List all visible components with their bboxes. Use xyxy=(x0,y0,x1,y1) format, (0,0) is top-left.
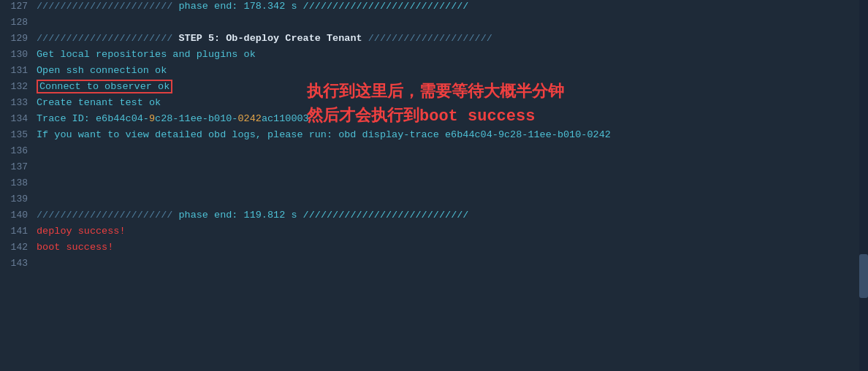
line-content: Open ssh connection ok xyxy=(37,65,868,76)
line-content: /////////////////////// phase end: 119.8… xyxy=(37,210,868,221)
line-content: Create tenant test ok xyxy=(37,97,868,108)
terminal-line: 131Open ssh connection ok xyxy=(0,64,868,80)
line-content: Get local repositories and plugins ok xyxy=(37,49,868,60)
line-content: Trace ID: e6b44c04-9c28-11ee-b010-0242ac… xyxy=(37,113,868,124)
line-number: 138 xyxy=(0,177,37,188)
terminal-line: 129/////////////////////// STEP 5: Ob-de… xyxy=(0,32,868,48)
line-number: 140 xyxy=(0,210,37,221)
terminal-line: 139 xyxy=(0,193,868,209)
line-number: 136 xyxy=(0,145,37,156)
line-number: 129 xyxy=(0,33,37,44)
line-number: 142 xyxy=(0,242,37,253)
line-content: If you want to view detailed obd logs, p… xyxy=(37,129,868,140)
terminal-line: 140/////////////////////// phase end: 11… xyxy=(0,209,868,225)
line-number: 137 xyxy=(0,161,37,172)
terminal-line: 130Get local repositories and plugins ok xyxy=(0,48,868,64)
line-number: 134 xyxy=(0,113,37,124)
terminal-line: 133Create tenant test ok xyxy=(0,96,868,112)
terminal-line: 135If you want to view detailed obd logs… xyxy=(0,129,868,145)
terminal-line: 137 xyxy=(0,161,868,177)
scrollbar-thumb[interactable] xyxy=(859,254,868,298)
terminal-line: 136 xyxy=(0,145,868,161)
scrollbar[interactable] xyxy=(859,0,868,371)
line-number: 132 xyxy=(0,81,37,92)
line-number: 133 xyxy=(0,97,37,108)
terminal-line: 138 xyxy=(0,177,868,193)
line-number: 130 xyxy=(0,49,37,60)
line-content: Connect to observer ok xyxy=(37,81,868,92)
line-content: /////////////////////// STEP 5: Ob-deplo… xyxy=(37,33,868,44)
line-content: deploy success! xyxy=(37,226,868,237)
line-number: 135 xyxy=(0,129,37,140)
terminal-line: 128 xyxy=(0,16,868,32)
line-number: 128 xyxy=(0,17,37,28)
line-number: 131 xyxy=(0,65,37,76)
line-number: 141 xyxy=(0,226,37,237)
line-number: 127 xyxy=(0,1,37,12)
terminal-line: 132Connect to observer ok xyxy=(0,80,868,96)
line-content: boot success! xyxy=(37,242,868,253)
terminal-line: 143 xyxy=(0,257,868,273)
line-number: 143 xyxy=(0,258,37,269)
terminal-line: 142boot success! xyxy=(0,241,868,257)
terminal-line: 127/////////////////////// phase end: 17… xyxy=(0,0,868,16)
line-number: 139 xyxy=(0,194,37,204)
terminal-line: 134Trace ID: e6b44c04-9c28-11ee-b010-024… xyxy=(0,112,868,129)
terminal-line: 141deploy success! xyxy=(0,225,868,241)
terminal-window: 127/////////////////////// phase end: 17… xyxy=(0,0,868,371)
line-content: /////////////////////// phase end: 178.3… xyxy=(37,1,868,12)
